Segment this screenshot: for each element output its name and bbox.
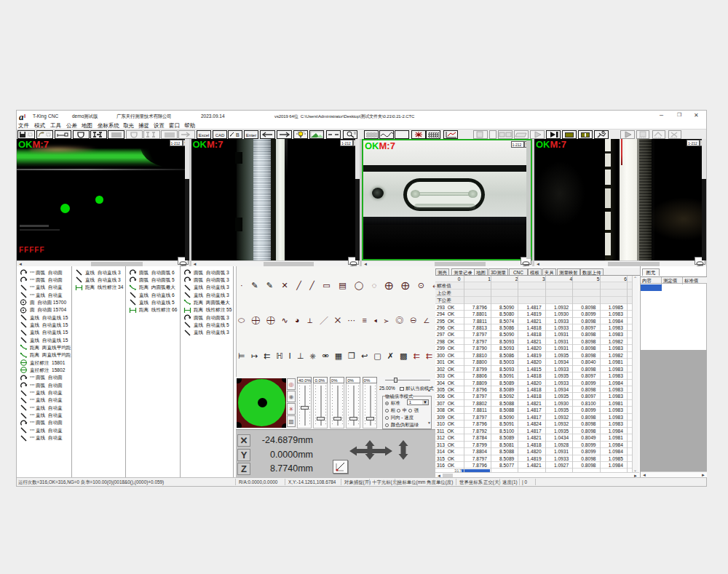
- svg-text:B: B: [236, 132, 240, 137]
